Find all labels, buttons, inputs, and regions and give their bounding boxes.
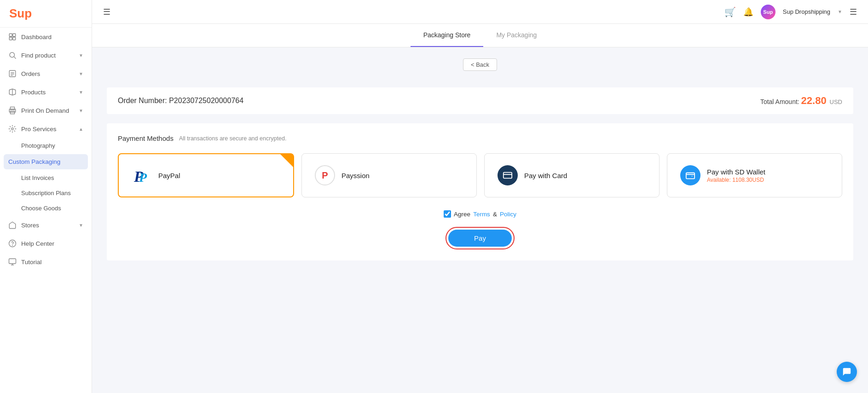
sidebar-item-stores[interactable]: Stores ▼ (0, 216, 92, 234)
agree-checkbox[interactable] (444, 210, 451, 218)
secure-text: All transactions are secure and encrypte… (179, 135, 286, 142)
currency: USD (830, 98, 842, 105)
user-name[interactable]: Sup Dropshipping (783, 8, 830, 15)
sidebar-logo: Sup (0, 0, 92, 28)
policy-link[interactable]: Policy (500, 211, 516, 218)
svg-point-14 (12, 128, 14, 130)
paypal-label: PayPal (158, 172, 180, 179)
order-number: Order Number: P20230725020000764 (118, 97, 243, 105)
chat-bubble-button[interactable] (837, 362, 857, 382)
svg-rect-1 (13, 34, 16, 36)
sidebar-item-label: Print On Demand (21, 107, 69, 114)
svg-rect-22 (503, 173, 512, 179)
sidebar-item-tutorial[interactable]: Tutorial (0, 253, 92, 271)
sidebar: Sup Dashboard Find product ▼ Orders ▼ Pr… (0, 0, 92, 393)
svg-rect-6 (9, 70, 16, 77)
chevron-down-icon: ▼ (79, 53, 83, 58)
chat-icon (842, 367, 852, 377)
hamburger-icon[interactable]: ☰ (103, 7, 110, 17)
sidebar-item-label: Tutorial (21, 259, 42, 266)
sidebar-item-find-product[interactable]: Find product ▼ (0, 46, 92, 64)
chevron-down-icon: ▼ (838, 9, 842, 14)
payment-title: Payment Methods (118, 134, 174, 142)
sidebar-item-label: Help Center (21, 240, 54, 247)
paypal-icon: P P (132, 165, 152, 185)
svg-line-5 (14, 57, 16, 58)
dashboard-icon (8, 33, 17, 41)
sidebar-item-help-center[interactable]: Help Center (0, 234, 92, 253)
card-icon (498, 165, 518, 185)
tab-my-packaging[interactable]: My Packaging (483, 24, 550, 47)
svg-rect-0 (9, 34, 12, 36)
pay-button[interactable]: Pay (448, 230, 512, 247)
payment-method-payssion[interactable]: P Payssion (301, 153, 477, 197)
sidebar-item-label: Stores (21, 222, 39, 229)
payment-method-paypal[interactable]: P P PayPal (118, 153, 294, 197)
sidebar-item-label: Photography (21, 142, 55, 149)
sidebar-item-pro-services[interactable]: Pro Services ▲ (0, 120, 92, 138)
content-area: < Back Order Number: P20230725020000764 … (92, 47, 868, 272)
payssion-icon: P (315, 165, 335, 185)
agree-prefix: Agree (454, 211, 470, 218)
sidebar-item-label: Subscription Plans (21, 190, 71, 196)
chevron-down-icon: ▼ (79, 108, 83, 113)
help-icon (8, 239, 17, 248)
tab-packaging-store[interactable]: Packaging Store (411, 24, 484, 47)
svg-rect-24 (686, 173, 694, 179)
sidebar-item-subscription-plans[interactable]: Subscription Plans (0, 185, 92, 201)
payssion-label: Payssion (341, 172, 370, 179)
tutorial-icon (8, 258, 17, 266)
sidebar-navigation: Dashboard Find product ▼ Orders ▼ Produc… (0, 28, 92, 393)
avatar: Sup (761, 5, 775, 19)
payment-section: Payment Methods All transactions are sec… (107, 123, 853, 260)
pay-button-wrapper: Pay (118, 227, 842, 249)
payment-method-card[interactable]: Pay with Card (484, 153, 660, 197)
products-icon (8, 88, 17, 96)
svg-rect-2 (9, 37, 12, 40)
wallet-label: Pay with SD Wallet (707, 168, 765, 176)
sidebar-item-custom-packaging[interactable]: Custom Packaging (4, 154, 88, 169)
and-text: & (493, 211, 497, 218)
sidebar-item-products[interactable]: Products ▼ (0, 83, 92, 101)
sidebar-item-dashboard[interactable]: Dashboard (0, 28, 92, 46)
svg-rect-13 (11, 111, 15, 114)
svg-text:P: P (139, 170, 147, 185)
amount-value: 22.80 (801, 95, 827, 106)
back-area: < Back (107, 58, 853, 80)
paypal-logo: P P (132, 165, 152, 185)
sidebar-item-label: Custom Packaging (8, 158, 60, 165)
payment-method-sd-wallet[interactable]: Pay with SD Wallet Available: 1108.30USD (667, 153, 842, 197)
payssion-logo: P (322, 170, 328, 181)
main-content: ☰ 🛒 🔔 Sup Sup Dropshipping ▼ ☰ Packaging… (92, 0, 868, 393)
cart-icon[interactable]: 🛒 (724, 6, 736, 17)
sidebar-item-label: List Invoices (21, 174, 54, 181)
sidebar-item-list-invoices[interactable]: List Invoices (0, 170, 92, 185)
chevron-down-icon: ▼ (79, 71, 83, 76)
back-button[interactable]: < Back (463, 58, 497, 71)
sidebar-item-print-on-demand[interactable]: Print On Demand ▼ (0, 101, 92, 120)
order-label: Order Number: (118, 97, 167, 104)
sidebar-item-choose-goods[interactable]: Choose Goods (0, 201, 92, 216)
services-icon (8, 125, 17, 133)
order-info-row: Order Number: P20230725020000764 Total A… (107, 87, 853, 114)
sidebar-item-label: Products (21, 89, 46, 96)
stores-icon (8, 221, 17, 229)
wallet-info: Pay with SD Wallet Available: 1108.30USD (707, 168, 765, 183)
terms-link[interactable]: Terms (473, 211, 490, 218)
wallet-icon (680, 165, 700, 185)
print-icon (8, 106, 17, 115)
payment-header: Payment Methods All transactions are sec… (118, 134, 842, 142)
sidebar-item-orders[interactable]: Orders ▼ (0, 64, 92, 83)
payment-cards: P P PayPal P Payssion (118, 153, 842, 197)
svg-point-15 (9, 240, 16, 247)
brand-name: Sup (9, 6, 32, 20)
header-right: 🛒 🔔 Sup Sup Dropshipping ▼ ☰ (724, 5, 857, 19)
header-menu-icon[interactable]: ☰ (850, 7, 857, 17)
sidebar-item-label: Dashboard (21, 34, 52, 40)
chevron-down-icon: ▼ (79, 223, 83, 228)
sidebar-item-photography[interactable]: Photography (0, 138, 92, 153)
bell-icon[interactable]: 🔔 (743, 7, 753, 17)
chevron-down-icon: ▼ (79, 90, 83, 95)
chevron-up-icon: ▲ (79, 127, 83, 132)
total-label: Total Amount: (760, 98, 799, 105)
